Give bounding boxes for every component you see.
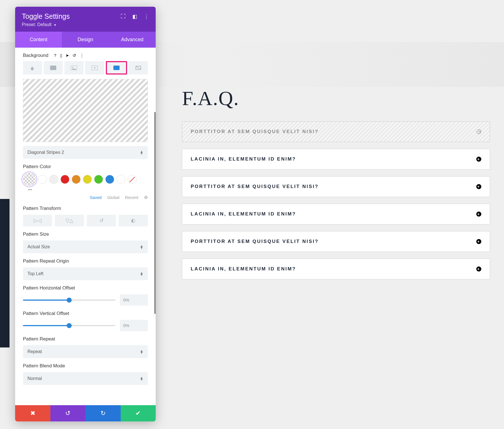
save-button[interactable]: ✔: [121, 405, 156, 421]
settings-panel: Toggle Settings ⛶ ◧ ⋮ Preset: Default ▼ …: [15, 7, 156, 421]
swatch-color[interactable]: [83, 175, 92, 184]
palette-recent[interactable]: Recent: [125, 195, 138, 200]
swatch-color[interactable]: [116, 175, 125, 184]
invert-button[interactable]: ◐: [119, 215, 148, 226]
more-icon[interactable]: ⋮: [144, 13, 149, 20]
pattern-size-value: Actual Size: [27, 244, 50, 249]
scrollbar[interactable]: [154, 112, 156, 314]
plus-icon: +: [476, 212, 481, 217]
gear-icon[interactable]: ⚙: [144, 195, 148, 200]
faq-section: F.A.Q. PORTTITOR AT SEM QUISQUE VELIT NI…: [182, 87, 490, 286]
reset-icon[interactable]: ↺: [73, 53, 76, 58]
faq-item-label: LACINIA IN, ELEMENTUM ID ENIM?: [191, 211, 296, 217]
help-icon[interactable]: ?: [54, 53, 56, 58]
pattern-size-label: Pattern Size: [23, 231, 148, 237]
panel-title: Toggle Settings: [22, 12, 70, 20]
undo-button[interactable]: ↺: [50, 405, 86, 421]
plus-icon: +: [476, 266, 481, 272]
palette-global[interactable]: Global: [107, 195, 119, 200]
faq-toggle-item[interactable]: PORTTITOR AT SEM QUISQUE VELIT NISI? +: [182, 231, 490, 252]
page-canvas: F.A.Q. PORTTITOR AT SEM QUISQUE VELIT NI…: [0, 0, 504, 429]
swatch-color[interactable]: [72, 175, 81, 184]
faq-item-label: LACINIA IN, ELEMENTUM ID ENIM?: [191, 156, 296, 162]
palette-saved[interactable]: Saved: [90, 195, 102, 200]
mobile-icon[interactable]: ▯: [60, 53, 62, 58]
v-offset-value[interactable]: 0%: [120, 320, 148, 331]
color-swatches: [23, 173, 148, 186]
svg-rect-4: [113, 66, 120, 70]
pattern-origin-label: Pattern Repeat Origin: [23, 258, 148, 264]
plus-icon: +: [476, 157, 481, 162]
repeat-value: Repeat: [27, 349, 42, 354]
chevron-down-icon: ▼: [53, 23, 57, 27]
faq-toggle-item[interactable]: LACINIA IN, ELEMENTUM ID ENIM? +: [182, 204, 490, 224]
bg-tab-gradient[interactable]: [44, 61, 63, 75]
layers-icon: ☰: [476, 129, 481, 134]
pattern-style-select[interactable]: Diagonal Stripes 2 ▲▼: [23, 146, 148, 159]
bg-tab-color[interactable]: [23, 61, 42, 75]
repeat-select[interactable]: Repeat ▲▼: [23, 345, 148, 358]
cancel-button[interactable]: ✖: [15, 405, 50, 421]
pattern-size-select[interactable]: Actual Size ▲▼: [23, 240, 148, 253]
faq-heading: F.A.Q.: [182, 87, 490, 110]
faq-item-label: PORTTITOR AT SEM QUISQUE VELIT NISI?: [191, 239, 319, 244]
hover-icon[interactable]: ➤: [66, 53, 69, 58]
rotate-button[interactable]: ↺: [87, 215, 116, 226]
swatch-color[interactable]: [49, 175, 58, 184]
flip-h-button[interactable]: ▷◁: [23, 215, 52, 226]
faq-item-label: PORTTITOR AT SEM QUISQUE VELIT NISI?: [191, 184, 319, 189]
svg-rect-0: [50, 66, 56, 70]
tab-advanced[interactable]: Advanced: [109, 32, 156, 48]
bg-tab-mask[interactable]: [129, 61, 148, 75]
tab-design[interactable]: Design: [62, 32, 109, 48]
chevron-updown-icon: ▲▼: [140, 377, 143, 381]
chevron-updown-icon: ▲▼: [140, 272, 143, 276]
faq-toggle-item[interactable]: PORTTITOR AT SEM QUISQUE VELIT NISI? +: [182, 176, 490, 197]
chevron-updown-icon: ▲▼: [140, 150, 143, 154]
swatch-color[interactable]: [38, 175, 47, 184]
bg-tab-image[interactable]: [64, 61, 83, 75]
background-label: Background: [23, 53, 48, 58]
blend-select[interactable]: Normal ▲▼: [23, 372, 148, 385]
faq-item-label: LACINIA IN, ELEMENTUM ID ENIM?: [191, 266, 296, 272]
chevron-updown-icon: ▲▼: [140, 350, 143, 354]
repeat-label: Pattern Repeat: [23, 336, 148, 342]
snap-icon[interactable]: ◧: [132, 13, 137, 20]
swatch-transparent[interactable]: [23, 173, 36, 186]
pattern-origin-value: Top Left: [27, 271, 43, 276]
blend-value: Normal: [27, 376, 42, 381]
h-offset-slider[interactable]: [23, 300, 115, 301]
h-offset-label: Pattern Horizontal Offset: [23, 285, 148, 291]
chevron-updown-icon: ▲▼: [140, 245, 143, 249]
v-offset-slider[interactable]: [23, 325, 115, 326]
faq-toggle-item[interactable]: LACINIA IN, ELEMENTUM ID ENIM? +: [182, 259, 490, 279]
h-offset-value[interactable]: 0%: [120, 294, 148, 306]
pattern-transform-label: Pattern Transform: [23, 206, 148, 211]
redo-button[interactable]: ↻: [85, 405, 121, 421]
blend-label: Pattern Blend Mode: [23, 363, 148, 369]
swatch-color[interactable]: [60, 175, 69, 184]
preset-label: Preset:: [22, 22, 36, 27]
faq-toggle-item[interactable]: PORTTITOR AT SEM QUISQUE VELIT NISI? ☰: [182, 121, 490, 142]
panel-tabs: Content Design Advanced: [15, 32, 156, 48]
panel-header: Toggle Settings ⛶ ◧ ⋮ Preset: Default ▼: [15, 7, 156, 32]
pattern-color-label: Pattern Color: [23, 164, 148, 170]
preset-value: Default: [37, 22, 52, 27]
more-icon[interactable]: ⋮: [80, 53, 84, 58]
bg-tab-pattern[interactable]: [106, 61, 127, 75]
faq-item-label: PORTTITOR AT SEM QUISQUE VELIT NISI?: [191, 129, 319, 135]
expand-icon[interactable]: ⛶: [121, 13, 126, 20]
preset-selector[interactable]: Preset: Default ▼: [22, 22, 149, 27]
more-swatches-icon[interactable]: •••: [28, 187, 148, 192]
panel-footer: ✖ ↺ ↻ ✔: [15, 405, 156, 421]
bg-tab-video[interactable]: [85, 61, 104, 75]
pattern-origin-select[interactable]: Top Left ▲▼: [23, 267, 148, 280]
swatch-color[interactable]: [105, 175, 114, 184]
plus-icon: +: [476, 239, 481, 244]
swatch-color[interactable]: [94, 175, 103, 184]
pattern-style-value: Diagonal Stripes 2: [27, 150, 64, 155]
swatch-none[interactable]: [128, 175, 137, 184]
faq-toggle-item[interactable]: LACINIA IN, ELEMENTUM ID ENIM? +: [182, 149, 490, 170]
tab-content[interactable]: Content: [15, 32, 62, 48]
flip-v-button[interactable]: ▽△: [55, 215, 84, 226]
